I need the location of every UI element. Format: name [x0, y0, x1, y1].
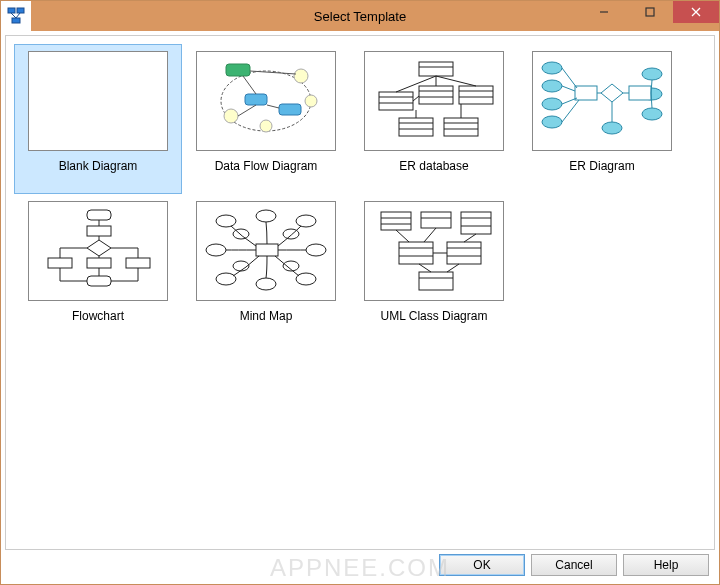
svg-marker-66 [87, 240, 111, 256]
window-controls [581, 1, 719, 31]
svg-point-13 [294, 69, 308, 83]
template-label: Data Flow Diagram [215, 159, 318, 173]
svg-point-44 [542, 62, 562, 74]
svg-line-41 [413, 96, 419, 101]
svg-line-20 [238, 105, 256, 116]
template-label: ER database [399, 159, 468, 173]
client-area: Blank Diagram [1, 31, 719, 584]
template-er-database[interactable]: ER database [350, 44, 518, 194]
svg-rect-104 [399, 242, 433, 264]
template-er-diagram[interactable]: ER Diagram [518, 44, 686, 194]
svg-point-48 [642, 68, 662, 80]
svg-rect-35 [444, 118, 478, 136]
svg-point-46 [542, 98, 562, 110]
svg-rect-0 [8, 8, 15, 13]
template-uml-class-diagram[interactable]: UML Class Diagram [350, 194, 518, 344]
select-template-window: Select Template Blank Diagram [0, 0, 720, 585]
svg-point-91 [296, 273, 316, 285]
template-flowchart[interactable]: Flowchart [14, 194, 182, 344]
svg-line-4 [16, 13, 20, 18]
thumbnail-er [532, 51, 672, 151]
template-panel: Blank Diagram [5, 35, 715, 550]
svg-line-56 [562, 86, 575, 91]
svg-point-90 [256, 278, 276, 290]
svg-rect-12 [279, 104, 301, 115]
thumbnail-uml [364, 201, 504, 301]
thumbnail-blank [28, 51, 168, 151]
svg-point-86 [296, 215, 316, 227]
svg-rect-110 [419, 272, 453, 290]
svg-point-47 [542, 116, 562, 128]
template-label: Mind Map [240, 309, 293, 323]
svg-line-19 [267, 105, 279, 108]
svg-line-116 [419, 264, 431, 272]
svg-line-55 [562, 68, 577, 88]
svg-rect-107 [447, 242, 481, 264]
help-button[interactable]: Help [623, 554, 709, 576]
svg-rect-32 [399, 118, 433, 136]
close-button[interactable] [673, 1, 719, 23]
svg-line-57 [562, 98, 577, 104]
svg-line-112 [396, 230, 409, 242]
svg-rect-68 [87, 258, 111, 268]
svg-rect-2 [12, 18, 20, 23]
svg-rect-70 [87, 276, 111, 286]
watermark: APPNEE.COM [270, 554, 450, 582]
svg-rect-67 [48, 258, 72, 268]
svg-point-84 [216, 215, 236, 227]
button-bar: APPNEE.COM OK Cancel Help [1, 550, 719, 584]
svg-rect-26 [419, 86, 453, 104]
svg-point-51 [602, 122, 622, 134]
svg-line-3 [11, 13, 16, 18]
titlebar[interactable]: Select Template [1, 1, 719, 31]
svg-rect-23 [379, 92, 413, 110]
ok-button[interactable]: OK [439, 554, 525, 576]
svg-point-45 [542, 80, 562, 92]
svg-rect-83 [256, 244, 278, 256]
thumbnail-erdb [364, 51, 504, 151]
svg-rect-10 [226, 64, 250, 76]
svg-rect-101 [461, 212, 491, 234]
template-label: Flowchart [72, 309, 124, 323]
svg-rect-69 [126, 258, 150, 268]
svg-rect-21 [419, 62, 453, 76]
template-mind-map[interactable]: Mind Map [182, 194, 350, 344]
svg-rect-1 [17, 8, 24, 13]
template-data-flow-diagram[interactable]: Data Flow Diagram [182, 44, 350, 194]
app-icon [1, 1, 31, 31]
svg-point-16 [260, 120, 272, 132]
svg-marker-54 [601, 84, 623, 102]
svg-rect-65 [87, 226, 111, 236]
svg-rect-11 [245, 94, 267, 105]
svg-line-117 [447, 264, 459, 272]
maximize-button[interactable] [627, 1, 673, 23]
svg-line-18 [243, 76, 256, 94]
svg-point-50 [642, 108, 662, 120]
svg-point-15 [224, 109, 238, 123]
template-blank-diagram[interactable]: Blank Diagram [14, 44, 182, 194]
thumbnail-flowchart [28, 201, 168, 301]
template-label: Blank Diagram [59, 159, 138, 173]
template-label: UML Class Diagram [381, 309, 488, 323]
svg-line-114 [464, 234, 476, 242]
thumbnail-mindmap [196, 201, 336, 301]
svg-rect-53 [629, 86, 651, 100]
svg-rect-64 [87, 210, 111, 220]
svg-rect-96 [381, 212, 411, 230]
svg-line-40 [436, 76, 476, 86]
svg-point-85 [256, 210, 276, 222]
svg-point-88 [306, 244, 326, 256]
svg-rect-99 [421, 212, 451, 228]
thumbnail-dfd [196, 51, 336, 151]
svg-point-89 [216, 273, 236, 285]
svg-point-87 [206, 244, 226, 256]
svg-rect-6 [646, 8, 654, 16]
svg-rect-29 [459, 86, 493, 104]
cancel-button[interactable]: Cancel [531, 554, 617, 576]
template-label: ER Diagram [569, 159, 634, 173]
template-grid: Blank Diagram [14, 44, 706, 344]
svg-line-113 [424, 228, 436, 242]
svg-point-14 [305, 95, 317, 107]
svg-rect-52 [575, 86, 597, 100]
minimize-button[interactable] [581, 1, 627, 23]
